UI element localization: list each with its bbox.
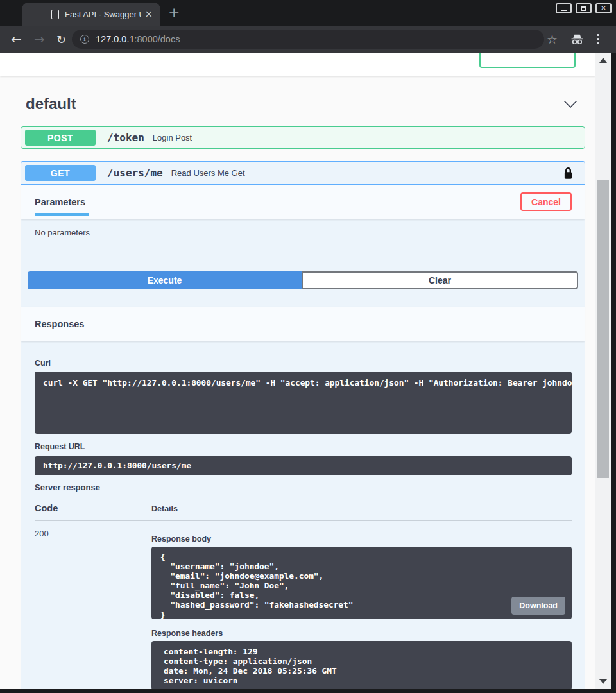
tag-section-header[interactable]: default	[17, 95, 585, 121]
download-button[interactable]: Download	[511, 597, 565, 615]
incognito-icon	[570, 26, 584, 53]
post-summary: Login Post	[153, 133, 192, 142]
post-method-badge: POST	[25, 130, 96, 146]
execute-wrapper: Execute Clear	[28, 271, 578, 289]
response-body-code[interactable]: { "username": "johndoe", "email": "johnd…	[151, 547, 572, 619]
request-url-label: Request URL	[35, 442, 572, 451]
request-url-value[interactable]: http://127.0.0.1:8000/users/me	[35, 456, 572, 475]
maximize-icon	[581, 6, 586, 11]
parameters-body: No parameters Execute Clear	[21, 219, 585, 307]
no-parameters-text: No parameters	[21, 219, 585, 237]
responses-body: Curl curl -X GET "http://127.0.0.1:8000/…	[21, 359, 585, 689]
post-path: /token	[107, 132, 144, 144]
response-headers-code[interactable]: content-length: 129 content-type: applic…	[151, 641, 572, 689]
authorize-button[interactable]	[479, 53, 576, 68]
get-summary: Read Users Me Get	[171, 168, 245, 178]
response-table-header: Code Details	[35, 503, 572, 521]
swagger-ui: default POST /token Login Post GET /user…	[0, 95, 595, 689]
scroll-down-arrow-icon[interactable]	[599, 679, 607, 684]
url-host: 127.0.0.1	[96, 34, 134, 44]
chevron-down-icon[interactable]	[563, 100, 578, 108]
minimize-icon	[561, 10, 567, 11]
tab-title: Fast API - Swagger UI	[65, 10, 141, 19]
browser-window: Fast API - Swagger UI × + ✕ ← → ↻ i 127.…	[0, 0, 616, 693]
details-column-header: Details	[151, 504, 178, 513]
response-headers-label: Response headers	[151, 629, 572, 638]
window-controls: ✕	[556, 3, 612, 13]
url-text: 127.0.0.1:8000/docs	[96, 34, 180, 44]
auth-lock-icon[interactable]	[563, 167, 573, 180]
scroll-up-arrow-icon[interactable]	[599, 58, 607, 63]
status-code: 200	[35, 529, 151, 689]
page-scrollbar[interactable]	[595, 53, 611, 689]
scrollbar-thumb[interactable]	[597, 180, 609, 478]
url-path: :8000/docs	[134, 34, 180, 44]
minimize-button[interactable]	[556, 3, 572, 13]
get-summary-row[interactable]: GET /users/me Read Users Me Get	[21, 162, 585, 185]
opblock-post-token[interactable]: POST /token Login Post	[21, 126, 585, 149]
curl-command[interactable]: curl -X GET "http://127.0.0.1:8000/users…	[35, 372, 572, 434]
responses-title: Responses	[35, 319, 84, 329]
get-path: /users/me	[107, 167, 163, 179]
close-icon: ✕	[601, 5, 606, 12]
close-button[interactable]: ✕	[595, 3, 612, 13]
parameters-tab-underline	[35, 213, 89, 216]
back-icon[interactable]: ←	[11, 26, 22, 53]
browser-toolbar: ← → ↻ i 127.0.0.1:8000/docs ☆	[0, 26, 616, 53]
parameters-tab[interactable]: Parameters	[35, 197, 85, 207]
parameters-section-header: Parameters Cancel	[21, 185, 585, 219]
get-method-badge: GET	[25, 165, 96, 181]
server-response-label: Server response	[35, 483, 572, 492]
tab-close-icon[interactable]: ×	[144, 8, 153, 20]
curl-label: Curl	[35, 359, 572, 368]
browser-tab[interactable]: Fast API - Swagger UI ×	[22, 3, 160, 26]
response-row-200: 200 Response body { "username": "johndoe…	[35, 529, 572, 689]
clear-button[interactable]: Clear	[302, 271, 578, 289]
page-favicon-icon	[51, 10, 59, 19]
responses-section-header: Responses	[21, 307, 585, 341]
code-column-header: Code	[35, 503, 151, 513]
browser-menu-icon[interactable]	[597, 26, 599, 53]
execute-button[interactable]: Execute	[28, 271, 302, 289]
site-info-icon[interactable]: i	[80, 35, 89, 44]
tag-title: default	[26, 95, 76, 113]
forward-icon: →	[34, 26, 45, 53]
page-content: default POST /token Login Post GET /user…	[0, 53, 595, 689]
reload-icon[interactable]: ↻	[56, 26, 66, 53]
maximize-button[interactable]	[576, 3, 592, 13]
new-tab-button[interactable]: +	[168, 4, 180, 21]
scheme-container	[0, 53, 595, 76]
cancel-button[interactable]: Cancel	[520, 193, 572, 211]
address-bar[interactable]: i 127.0.0.1:8000/docs	[72, 30, 544, 49]
bookmark-star-icon[interactable]: ☆	[547, 26, 558, 53]
response-body-label: Response body	[151, 535, 572, 543]
response-details: Response body { "username": "johndoe", "…	[151, 529, 572, 689]
opblock-get-users-me: GET /users/me Read Users Me Get Paramete…	[21, 161, 585, 689]
tab-bar: Fast API - Swagger UI × + ✕	[0, 0, 616, 26]
